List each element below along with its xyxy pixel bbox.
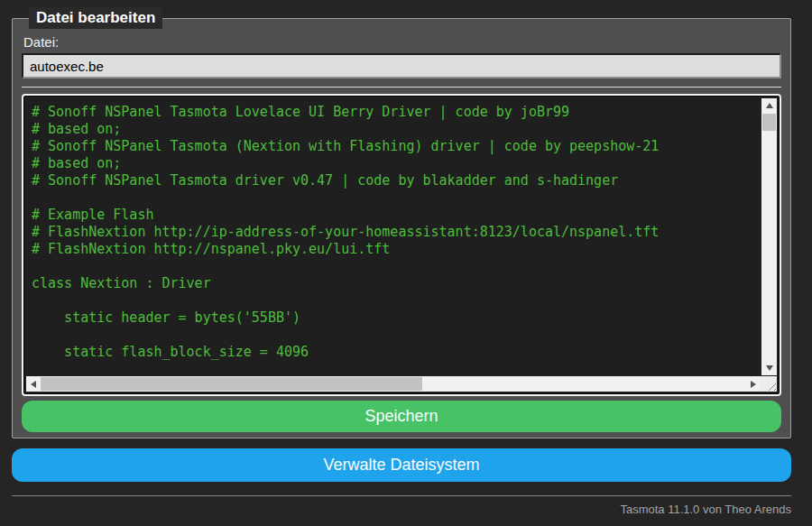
scroll-left-button[interactable] bbox=[26, 376, 41, 392]
tasmota-edit-file-page: Datei bearbeiten Datei: # Sonoff NSPanel… bbox=[0, 0, 812, 526]
triangle-left-icon bbox=[31, 381, 36, 388]
triangle-right-icon bbox=[751, 381, 756, 388]
scroll-right-button[interactable] bbox=[746, 376, 761, 392]
resize-grip-icon[interactable] bbox=[765, 380, 776, 391]
save-button[interactable]: Speichern bbox=[22, 401, 781, 432]
triangle-down-icon bbox=[766, 365, 773, 371]
scrollbar-corner bbox=[761, 376, 777, 392]
file-content-textarea[interactable]: # Sonoff NSPanel Tasmota Lovelace UI Ber… bbox=[22, 94, 781, 396]
scroll-up-button[interactable] bbox=[761, 98, 777, 113]
vertical-scrollbar-thumb[interactable] bbox=[762, 114, 776, 131]
file-label: Datei: bbox=[23, 34, 781, 50]
filename-input[interactable] bbox=[22, 53, 781, 78]
manage-filesystem-button[interactable]: Verwalte Dateisystem bbox=[12, 448, 791, 482]
footer-divider bbox=[12, 495, 791, 496]
page-content: Datei bearbeiten Datei: # Sonoff NSPanel… bbox=[0, 0, 812, 516]
edit-file-fieldset: Datei bearbeiten Datei: # Sonoff NSPanel… bbox=[12, 7, 791, 438]
input-separator bbox=[22, 87, 781, 88]
triangle-up-icon bbox=[766, 103, 773, 108]
vertical-scrollbar[interactable] bbox=[761, 98, 777, 375]
file-content-text[interactable]: # Sonoff NSPanel Tasmota Lovelace UI Ber… bbox=[26, 98, 761, 375]
page-footer: Tasmota 11.1.0 von Theo Arends bbox=[12, 495, 791, 516]
footer-version-text: Tasmota 11.1.0 von Theo Arends bbox=[12, 503, 791, 516]
edit-file-legend: Datei bearbeiten bbox=[29, 7, 162, 29]
scroll-down-button[interactable] bbox=[761, 361, 777, 375]
horizontal-scrollbar-thumb[interactable] bbox=[41, 377, 422, 391]
horizontal-scrollbar[interactable] bbox=[26, 376, 761, 392]
